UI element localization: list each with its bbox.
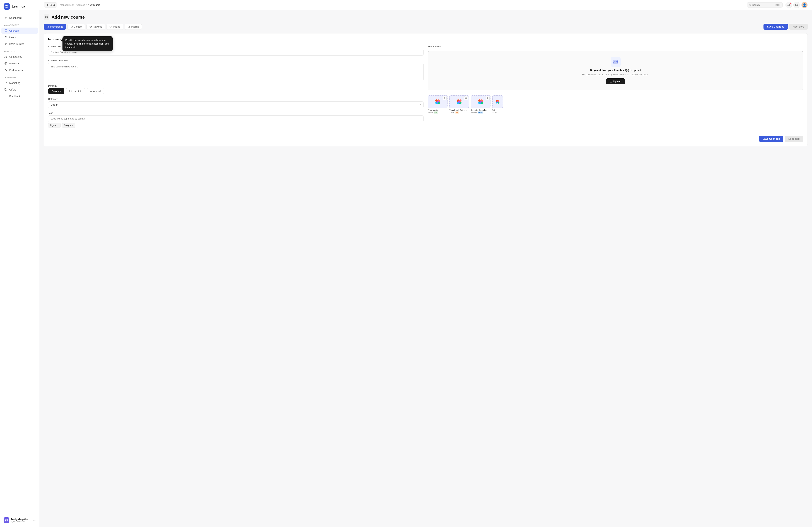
back-button[interactable]: Back (44, 2, 57, 7)
search-bar: ⌘K (747, 2, 783, 7)
thumbnail-delete-3[interactable]: 🗑 (485, 96, 490, 100)
sidebar-section-analytics: Analytics Community Financial (0, 47, 39, 74)
svg-rect-20 (45, 17, 46, 18)
svg-point-34 (458, 101, 460, 103)
svg-rect-5 (6, 17, 7, 18)
sidebar-item-label: Users (9, 36, 16, 39)
tab-pricing[interactable]: Pricing (106, 24, 123, 30)
sidebar-item-feedback[interactable]: Feedback (1, 93, 38, 100)
form-right: Thumbnail(s) Drag and drop your thumbnai… (428, 45, 803, 128)
save-changes-button-top[interactable]: Save Changes (764, 24, 788, 30)
thumbnail-ext-1: png (434, 111, 438, 114)
search-shortcut: ⌘K (775, 3, 780, 6)
svg-rect-15 (5, 521, 6, 521)
breadcrumb-courses[interactable]: Courses (76, 3, 85, 6)
page-content: Add new course Informations Content (39, 10, 812, 527)
tab-content-label: Content (74, 26, 82, 28)
tab-informations-label: Informations (50, 26, 63, 28)
sidebar-item-financial[interactable]: Financial (1, 60, 38, 67)
messages-button[interactable] (793, 2, 800, 8)
more-options-icon[interactable]: ··· (33, 518, 35, 522)
sidebar-item-store-builder[interactable]: Store Builder (1, 41, 38, 47)
image-upload-icon (613, 59, 619, 65)
user-icon (4, 36, 8, 39)
thumbnail-item-4: 1st_r 23.9M (492, 95, 503, 114)
sidebar-item-courses[interactable]: Courses (1, 28, 38, 34)
workspace-item[interactable]: DesignTogether 1,212 members ··· (1, 515, 38, 525)
logo-icon (3, 3, 10, 10)
difficulty-beginner[interactable]: Beginner (48, 88, 64, 94)
upload-label: Upload (613, 80, 621, 82)
svg-point-44 (497, 101, 498, 103)
sidebar-item-label: Feedback (9, 95, 20, 98)
figma-icon-1 (434, 98, 441, 105)
community-icon (4, 55, 8, 59)
workspace-name: DesignTogether (11, 518, 31, 521)
sidebar-item-label: Financial (9, 62, 19, 65)
svg-rect-7 (6, 18, 7, 19)
thumbnail-name-4: 1st_r (492, 109, 503, 111)
difficulty-intermediate[interactable]: Intermediate (66, 88, 85, 94)
search-input[interactable] (752, 3, 774, 6)
course-desc-textarea[interactable] (48, 63, 423, 81)
rewards-icon (89, 26, 92, 28)
user-avatar[interactable]: 👤 (801, 2, 808, 8)
logo[interactable]: Learnica (0, 0, 39, 13)
thumbnail-size-1: 1.9MB (428, 111, 433, 114)
tab-pricing-label: Pricing (113, 26, 120, 28)
thumbnail-size-4: 23.9M (492, 111, 497, 114)
sidebar-item-marketing[interactable]: Marketing (1, 80, 38, 86)
section-label-campaigns: Campaigns (0, 74, 39, 80)
sidebar-item-community[interactable]: Community (1, 54, 38, 60)
svg-rect-6 (5, 18, 6, 19)
form-left: Course Title Course Description Difficul… (48, 45, 423, 128)
tab-publish[interactable]: Publish (125, 24, 142, 30)
figma-icon-3 (477, 98, 484, 105)
next-step-button-bottom[interactable]: Next step (785, 136, 803, 142)
main-content: Back Management / Courses / New course ⌘… (39, 0, 812, 527)
thumbnail-gallery: 🗑 Final_design 1.9MB png (428, 95, 803, 114)
difficulty-label: Difficulty (48, 85, 423, 87)
notifications-button[interactable] (785, 2, 792, 8)
tab-informations[interactable]: Informations (44, 24, 66, 30)
performance-icon (4, 69, 8, 72)
upload-button[interactable]: Upload (606, 78, 625, 84)
sidebar-item-dashboard[interactable]: Dashboard (1, 15, 38, 21)
next-step-button-top[interactable]: Next step (789, 24, 808, 30)
category-select[interactable]: Design Development Marketing Business Ph… (48, 102, 423, 108)
category-label: Category (48, 98, 423, 100)
svg-rect-1 (7, 5, 8, 6)
app-name: Learnica (12, 5, 25, 9)
feedback-icon (4, 95, 8, 98)
page-header: Add new course (44, 14, 808, 20)
svg-point-17 (749, 4, 751, 5)
thumbnail-item-3: 🗑 1st_rate_Comple... 23.9MB webp (471, 95, 491, 114)
thumbnail-delete-1[interactable]: 🗑 (443, 96, 447, 100)
breadcrumb-sep-2: / (86, 3, 87, 6)
svg-rect-16 (6, 521, 8, 521)
breadcrumb-current: New course (88, 3, 100, 6)
svg-rect-2 (5, 6, 7, 8)
svg-point-9 (5, 56, 6, 57)
svg-point-8 (5, 36, 6, 37)
thumbnail-upload-area[interactable]: Drag and drop your thumbnail(s) to uploa… (428, 51, 803, 90)
sidebar-item-users[interactable]: Users (1, 34, 38, 41)
tags-input[interactable] (48, 115, 423, 122)
sidebar-item-performance[interactable]: Performance (1, 67, 38, 73)
thumbnail-meta-1: 1.9MB png (428, 111, 448, 114)
category-select-wrapper: Design Development Marketing Business Ph… (48, 102, 423, 108)
tag-figma-label: Figma (50, 124, 56, 127)
tag-figma: Figma × (48, 123, 61, 128)
tag-design-remove[interactable]: × (72, 124, 73, 127)
sidebar-item-offers[interactable]: Offers (1, 86, 38, 93)
tags-group: Tags Figma × Design × (48, 111, 423, 128)
breadcrumb-management[interactable]: Management (60, 3, 74, 6)
tab-rewards[interactable]: Rewards (86, 24, 105, 30)
tabs-bar: Informations Content Rewards Pricing (44, 24, 808, 30)
save-changes-button-bottom[interactable]: Save Changes (759, 136, 783, 142)
thumbnail-ext-2: jpg (455, 111, 459, 114)
thumbnail-delete-2[interactable]: 🗑 (464, 96, 468, 100)
tab-content[interactable]: Content (68, 24, 85, 30)
difficulty-advanced[interactable]: Advanced (87, 88, 104, 94)
tag-figma-remove[interactable]: × (57, 124, 59, 127)
